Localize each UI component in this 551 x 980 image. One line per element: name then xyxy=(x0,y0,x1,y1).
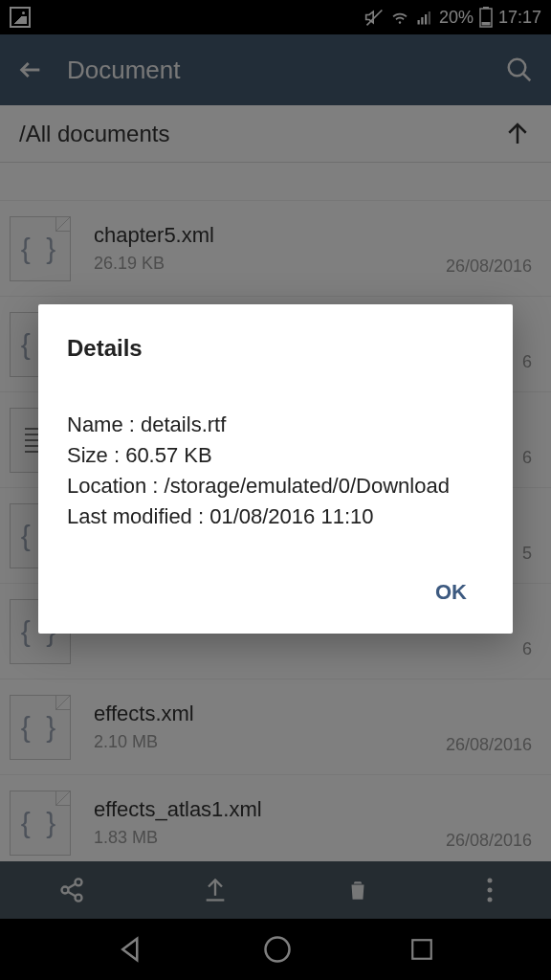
ok-button[interactable]: OK xyxy=(418,570,484,614)
details-dialog: Details Name : details.rtf Size : 60.57 … xyxy=(38,304,513,634)
dialog-title: Details xyxy=(67,335,484,362)
dialog-body: Name : details.rtf Size : 60.57 KB Locat… xyxy=(67,410,484,532)
